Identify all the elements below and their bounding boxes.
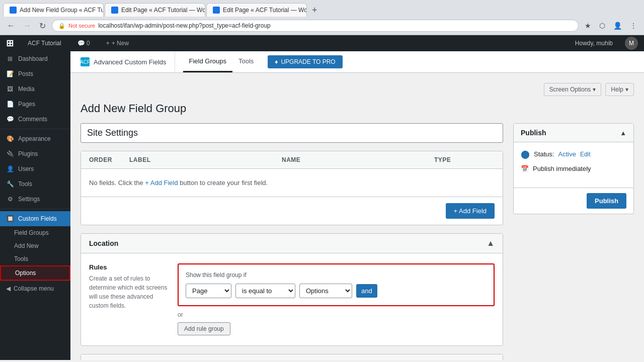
col-type: Type — [434, 156, 495, 163]
screen-options-arrow: ▾ — [593, 86, 596, 93]
sidebar-item-appearance[interactable]: 🎨 Appearance — [0, 131, 70, 146]
sidebar-item-dashboard[interactable]: ⊞ Dashboard — [0, 51, 70, 66]
forward-button[interactable]: → — [21, 20, 33, 31]
user-profile-button[interactable]: 👤 — [611, 21, 624, 31]
new-tab-button[interactable]: + — [308, 4, 321, 17]
publish-body: ⬤ Status: Active Edit 📅 Publish immediat… — [514, 142, 633, 188]
screen-options-label: Screen Options — [549, 86, 591, 93]
page-title: Add New Field Group — [80, 102, 634, 115]
add-rule-group-button[interactable]: Add rule group — [178, 322, 230, 335]
tab-label-2: Edit Page « ACF Tutorial — Word... — [121, 7, 205, 14]
location-panel-body: Rules Create a set of rules to determine… — [81, 253, 503, 345]
publish-box: Publish ▲ ⬤ Status: Active Edit — [513, 123, 634, 214]
upgrade-to-pro-button[interactable]: ♦ UPGRADE TO PRO — [268, 55, 342, 68]
plugins-icon: 🔌 — [6, 150, 14, 157]
menu-button[interactable]: ⋮ — [628, 21, 639, 31]
publish-footer: Publish — [514, 188, 633, 214]
col-label: Label — [129, 156, 282, 163]
sidebar-sub-tools[interactable]: Tools — [0, 252, 70, 265]
sidebar-label-plugins: Plugins — [18, 150, 64, 157]
rules-box: Show this field group if Page Post User … — [178, 263, 495, 306]
browser-tab-1[interactable]: Add New Field Group « ACF Tuto... ✕ — [3, 3, 104, 17]
sidebar-item-media[interactable]: 🖼 Media — [0, 81, 70, 97]
collapse-icon: ◀ — [6, 285, 11, 292]
tab-favicon-1 — [10, 7, 17, 14]
rules-box-title: Show this field group if — [186, 272, 487, 279]
pages-icon: 📄 — [6, 101, 14, 108]
or-text: or — [178, 311, 495, 318]
sidebar-item-custom-fields[interactable]: 🔲 Custom Fields — [0, 211, 70, 226]
dashboard-icon: ⊞ — [6, 55, 14, 62]
browser-tab-3[interactable]: Edit Page « ACF Tutorial — Word... ✕ — [206, 3, 307, 17]
publish-status-edit-link[interactable]: Edit — [580, 151, 591, 158]
rules-conditions: Page Post User Category is equal to — [186, 284, 487, 298]
main-col-left: Order Label Name Type No fields. Click t… — [80, 123, 503, 360]
rules-label-col: Rules Create a set of rules to determine… — [89, 263, 170, 310]
screen-options-row: Screen Options ▾ Help ▾ — [80, 83, 634, 96]
media-icon: 🖼 — [6, 85, 14, 93]
sidebar-label-tools: Tools — [18, 180, 64, 188]
address-bar: ← → ↻ 🔒 Not secure localhost/ifan/wp-adm… — [0, 17, 644, 35]
col-order: Order — [89, 156, 129, 163]
new-content-button[interactable]: + + New — [102, 40, 133, 47]
sidebar-label-users: Users — [18, 165, 64, 172]
sidebar-item-pages[interactable]: 📄 Pages — [0, 97, 70, 112]
add-field-button[interactable]: + Add Field — [446, 203, 495, 219]
main-columns: Order Label Name Type No fields. Click t… — [80, 123, 634, 360]
wp-logo[interactable]: ⊞ — [6, 38, 14, 49]
fields-table-header: Order Label Name Type — [81, 151, 503, 169]
publish-collapse-icon[interactable]: ▲ — [620, 129, 626, 137]
sidebar-item-settings[interactable]: ⚙ Settings — [0, 192, 70, 207]
comment-count[interactable]: 💬 0 — [73, 40, 94, 47]
publish-button[interactable]: Publish — [587, 193, 626, 209]
location-panel-header[interactable]: Location ▲ — [81, 234, 503, 253]
url-bar[interactable]: 🔒 Not secure localhost/ifan/wp-admin/pos… — [52, 20, 579, 32]
sidebar-sub-add-new[interactable]: Add New — [0, 239, 70, 252]
plugin-nav-field-groups[interactable]: Field Groups — [183, 51, 232, 72]
settings-panel-header[interactable]: Settings ▲ — [81, 354, 503, 360]
publish-title: Publish — [521, 129, 546, 137]
plugin-logo: ACF Advanced Custom Fields — [80, 51, 175, 72]
plugin-header: ACF Advanced Custom Fields Field Groups … — [70, 51, 644, 73]
upgrade-label: UPGRADE TO PRO — [281, 58, 335, 65]
comments-icon: 💬 — [6, 116, 14, 123]
fields-add-row: + Add Field — [81, 197, 503, 225]
user-avatar[interactable]: M — [625, 37, 638, 50]
field-groups-sub-label: Field Groups — [14, 229, 49, 236]
add-field-inline-link[interactable]: + Add Field — [145, 179, 178, 187]
site-name[interactable]: ACF Tutorial — [24, 40, 65, 47]
bookmark-button[interactable]: ★ — [583, 21, 593, 31]
sidebar-item-users[interactable]: 👤 Users — [0, 161, 70, 176]
back-button[interactable]: ← — [5, 20, 17, 31]
rules-description: Create a set of rules to determine which… — [89, 274, 170, 310]
rule-select-condition3[interactable]: Options Front Page Posts Page Login Page — [299, 284, 352, 298]
col-name: Name — [282, 156, 434, 163]
and-button[interactable]: and — [356, 284, 377, 298]
tools-icon: 🔧 — [6, 180, 14, 188]
sidebar-sub-options[interactable]: Options — [0, 265, 70, 281]
screen-options-button[interactable]: Screen Options ▾ — [544, 83, 602, 96]
extensions-button[interactable]: ⬡ — [597, 21, 607, 31]
help-button[interactable]: Help ▾ — [605, 83, 634, 96]
appearance-icon: 🎨 — [6, 135, 14, 142]
empty-prefix: No fields. Click the — [89, 179, 145, 187]
refresh-button[interactable]: ↻ — [37, 20, 48, 32]
sidebar-label-appearance: Appearance — [18, 135, 64, 142]
tools-sub-label: Tools — [14, 255, 28, 262]
sidebar-item-plugins[interactable]: 🔌 Plugins — [0, 146, 70, 161]
rule-select-condition1[interactable]: Page Post User Category — [186, 284, 231, 298]
rule-select-condition2[interactable]: is equal to is not equal to — [235, 284, 295, 298]
plugin-nav-tools[interactable]: Tools — [232, 51, 260, 72]
sidebar-item-comments[interactable]: 💬 Comments — [0, 112, 70, 127]
users-icon: 👤 — [6, 165, 14, 172]
not-secure-label: Not secure — [68, 23, 95, 29]
sidebar-item-posts[interactable]: 📝 Posts — [0, 66, 70, 81]
wp-sidebar: ⊞ Dashboard 📝 Posts 🖼 Media 📄 Pages 💬 Co… — [0, 51, 70, 360]
field-group-name-input[interactable] — [80, 123, 503, 143]
collapse-menu-button[interactable]: ◀ Collapse menu — [0, 281, 70, 296]
sidebar-item-tools[interactable]: 🔧 Tools — [0, 176, 70, 192]
rules-row: Rules Create a set of rules to determine… — [89, 263, 495, 335]
browser-tab-2[interactable]: Edit Page « ACF Tutorial — Word... ✕ — [105, 3, 205, 17]
plugin-logo-text: Advanced Custom Fields — [94, 58, 167, 66]
sidebar-sub-field-groups[interactable]: Field Groups — [0, 226, 70, 239]
